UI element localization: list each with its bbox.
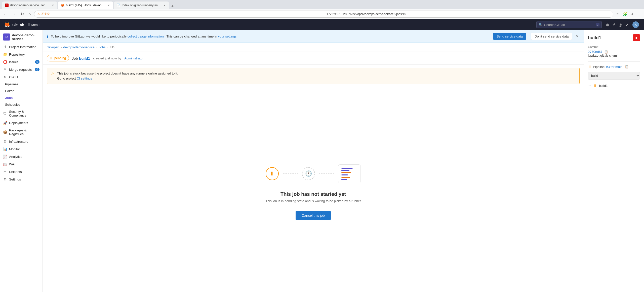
tab-jenkins[interactable]: J devops-demo-service [Jenkins... ✕ bbox=[2, 2, 57, 9]
sidebar-item-label-cicd: CI/CD bbox=[9, 75, 18, 79]
reload-button[interactable]: ↻ bbox=[19, 11, 25, 17]
stage-select[interactable]: build bbox=[588, 72, 640, 80]
gitlab-wordmark: GitLab bbox=[12, 23, 24, 27]
copy-pipeline-icon[interactable]: 📋 bbox=[625, 65, 629, 68]
copy-commit-icon[interactable]: 📋 bbox=[604, 50, 608, 54]
your-settings-link[interactable]: your settings bbox=[218, 34, 237, 38]
dont-send-service-data-button[interactable]: Don't send service data bbox=[531, 33, 572, 40]
connector-svg-2 bbox=[319, 173, 334, 174]
search-icon: 🔍 bbox=[539, 23, 543, 27]
home-button[interactable]: ⌂ bbox=[27, 11, 32, 17]
analytics-icon: 📈 bbox=[3, 155, 7, 159]
insecure-label: 不安全 bbox=[42, 12, 325, 16]
todos-button[interactable]: ✓ bbox=[625, 21, 630, 28]
sidebar-item-cicd[interactable]: ↻ CI/CD bbox=[0, 73, 43, 81]
menu-button[interactable]: ☰ Menu bbox=[27, 23, 40, 27]
sidebar-item-security[interactable]: 🛡 Security & Compliance bbox=[0, 108, 43, 119]
breadcrumb-devops6[interactable]: devops6 bbox=[47, 45, 59, 49]
gitlab-fox-icon: 🦊 bbox=[4, 22, 10, 28]
code-line bbox=[341, 168, 353, 169]
code-visual bbox=[338, 164, 361, 183]
sidebar-item-label-wiki: Wiki bbox=[9, 162, 15, 166]
ci-settings-link[interactable]: CI settings bbox=[77, 77, 92, 80]
collect-usage-link[interactable]: collect usage information bbox=[128, 34, 164, 38]
sidebar-subitem-editor[interactable]: Editor bbox=[0, 88, 43, 94]
issues-button[interactable]: ◎ bbox=[618, 21, 623, 28]
info-icon: ℹ bbox=[3, 45, 7, 49]
sidebar-subitem-schedules[interactable]: Schedules bbox=[0, 101, 43, 108]
back-button[interactable]: ← bbox=[2, 11, 9, 17]
send-service-data-button[interactable]: Send service data bbox=[493, 33, 526, 40]
sidebar-item-merge-requests[interactable]: ⑂ Merge requests 0 bbox=[0, 66, 43, 73]
sidebar-item-snippets[interactable]: ✂ Snippets bbox=[0, 168, 43, 175]
merge-badge: 0 bbox=[35, 68, 39, 71]
tab-jobs[interactable]: 🦊 build1 (#15) · Jobs · devops6 /... ✕ bbox=[58, 2, 113, 9]
sidebar-item-analytics[interactable]: 📈 Analytics bbox=[0, 153, 43, 160]
sidebar-item-packages[interactable]: 📦 Packages & Registries bbox=[0, 127, 43, 138]
job-title-name: build1 bbox=[79, 56, 90, 60]
merge-requests-button[interactable]: ⑂ bbox=[612, 21, 616, 28]
cicd-icon: ↻ bbox=[3, 75, 7, 79]
breadcrumb-sep-3: › bbox=[107, 45, 108, 49]
breadcrumb-sep-1: › bbox=[61, 45, 62, 49]
new-item-button[interactable]: ⊕ bbox=[605, 21, 610, 28]
settings-button[interactable]: ⋮ bbox=[636, 11, 642, 17]
breadcrumb-sep-2: › bbox=[96, 45, 97, 49]
tab-gitlab-runner[interactable]: 📄 Index of /gitlab-runner/yum/c... ✕ bbox=[114, 2, 169, 9]
issues-icon: ⭕ bbox=[3, 60, 7, 64]
breadcrumb-jobs[interactable]: Jobs bbox=[99, 45, 105, 49]
sidebar-item-project-information[interactable]: ℹ Project information bbox=[0, 43, 43, 51]
sidebar-item-repository[interactable]: 📁 Repository bbox=[0, 51, 43, 58]
pipeline-link[interactable]: #3 for main bbox=[606, 65, 622, 69]
sidebar-subitem-jobs[interactable]: Jobs bbox=[0, 94, 43, 101]
sidebar-item-label-security: Security & Compliance bbox=[9, 110, 39, 117]
sidebar-item-settings[interactable]: ⚙ Settings bbox=[0, 175, 43, 183]
pause-icon: ⏸ bbox=[269, 170, 275, 177]
tab-close-jobs[interactable]: ✕ bbox=[107, 4, 110, 7]
address-bar[interactable]: ⚠ 不安全 172.29.9.101:8076/devops6/devops-d… bbox=[34, 11, 613, 18]
project-header: D devops-demo-service bbox=[0, 30, 43, 43]
sidebar-item-issues[interactable]: ⭕ Issues 0 bbox=[0, 58, 43, 66]
project-name: devops-demo-service bbox=[12, 33, 39, 41]
info-banner: ℹ To help improve GitLab, we would like … bbox=[43, 30, 584, 43]
job-not-started-desc: This job is in pending state and is wait… bbox=[265, 199, 361, 203]
tab-close-jenkins[interactable]: ✕ bbox=[51, 4, 54, 7]
avatar: A bbox=[632, 21, 639, 28]
sidebar-item-monitor[interactable]: 📊 Monitor bbox=[0, 145, 43, 153]
job-user: Administrator bbox=[124, 56, 144, 60]
warning-text: This job is stuck because the project do… bbox=[57, 71, 178, 81]
stop-job-button[interactable]: ■ bbox=[633, 34, 640, 41]
right-panel: build1 ■ Commit 2770ed67 📋 Update .gitla… bbox=[584, 30, 644, 292]
breadcrumb-current: #15 bbox=[110, 45, 115, 49]
monitor-icon: 📊 bbox=[3, 147, 7, 151]
bookmark-button[interactable]: ☆ bbox=[615, 11, 621, 17]
cancel-job-button[interactable]: Cancel this job bbox=[296, 211, 331, 220]
sidebar-item-deployments[interactable]: 🚀 Deployments bbox=[0, 119, 43, 127]
sidebar-item-label-project-info: Project information bbox=[9, 45, 36, 49]
job-title-prefix: Job bbox=[72, 56, 78, 60]
commit-hash-link[interactable]: 2770ed67 bbox=[588, 50, 602, 54]
forward-button[interactable]: → bbox=[11, 11, 18, 17]
extensions-button[interactable]: 🧩 bbox=[622, 11, 628, 17]
sidebar-subitem-pipelines[interactable]: Pipelines bbox=[0, 81, 43, 88]
nav-actions: ☆ 🧩 ⬇ ⋮ bbox=[615, 11, 642, 17]
new-tab-button[interactable]: + bbox=[170, 4, 175, 9]
visual-illustration: ⏸ 🕐 bbox=[266, 164, 361, 183]
sidebar-item-wiki[interactable]: 📖 Wiki bbox=[0, 160, 43, 168]
job-header: ⏸ pending Job build1 created just now by… bbox=[43, 52, 584, 65]
gitlab-logo: 🦊 GitLab bbox=[4, 22, 24, 28]
download-button[interactable]: ⬇ bbox=[629, 11, 635, 17]
browser-nav: ← → ↻ ⌂ ⚠ 不安全 172.29.9.101:8076/devops6/… bbox=[0, 9, 644, 19]
search-placeholder: Search GitLab bbox=[544, 23, 565, 27]
pipeline-status-icon: ⏸ bbox=[588, 65, 591, 69]
sidebar-item-infrastructure[interactable]: ⚙ Infrastructure bbox=[0, 138, 43, 145]
commit-message: Update .gitlab-ci.yml bbox=[588, 54, 640, 57]
top-search[interactable]: 🔍 Search GitLab / bbox=[536, 21, 602, 28]
commit-label: Commit bbox=[588, 45, 640, 49]
tab-close-runner[interactable]: ✕ bbox=[163, 4, 166, 7]
job-not-started-title: This job has not started yet bbox=[280, 191, 346, 197]
breadcrumb-project[interactable]: devops-demo-service bbox=[63, 45, 95, 49]
stop-icon: ■ bbox=[635, 36, 637, 40]
banner-close-button[interactable]: × bbox=[575, 34, 580, 39]
user-settings-button[interactable]: A bbox=[631, 20, 640, 29]
